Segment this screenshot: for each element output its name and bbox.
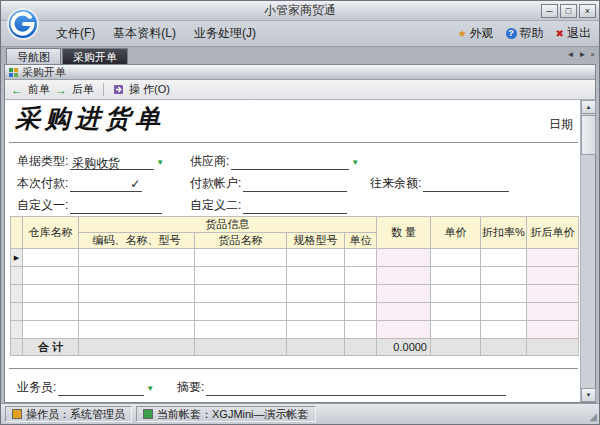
- grid-cell[interactable]: [345, 303, 377, 321]
- prev-doc-button[interactable]: 前单: [28, 82, 50, 97]
- grid-cell[interactable]: [287, 321, 345, 339]
- tab-close-icon[interactable]: ×: [590, 50, 595, 60]
- grid-cell[interactable]: [481, 267, 527, 285]
- grid-cell[interactable]: [23, 267, 79, 285]
- menu-bar: 文件(F) 基本资料(L) 业务处理(J) ★ 外观 ? 帮助 ✖ 退出: [1, 21, 599, 47]
- purchase-form: 采购进货单 日期 单据类型: 采购收货 ▼ 供应商: ▼ 本次付款:: [5, 100, 595, 402]
- grid-cell[interactable]: [287, 303, 345, 321]
- grid-cell[interactable]: [195, 285, 287, 303]
- menu-basic-data[interactable]: 基本资料(L): [104, 22, 185, 45]
- col-header-name[interactable]: 货品名称: [195, 233, 287, 249]
- grid-cell[interactable]: [345, 267, 377, 285]
- doc-type-input[interactable]: 采购收货: [70, 155, 154, 170]
- grid-cell[interactable]: [481, 249, 527, 267]
- grid-cell[interactable]: [481, 303, 527, 321]
- col-header-price[interactable]: 单价: [431, 217, 481, 249]
- grid-cell[interactable]: [195, 321, 287, 339]
- grid-cell[interactable]: [287, 267, 345, 285]
- salesman-input[interactable]: [58, 381, 144, 396]
- grid-cell[interactable]: [527, 249, 579, 267]
- menu-business[interactable]: 业务处理(J): [185, 22, 265, 45]
- grid-cell[interactable]: [431, 267, 481, 285]
- grid-cell[interactable]: [345, 285, 377, 303]
- appearance-label: 外观: [470, 25, 494, 42]
- custom2-input[interactable]: [243, 199, 347, 214]
- account-text: 当前帐套：XGJMini—演示帐套: [157, 407, 309, 422]
- supplier-dropdown-icon[interactable]: ▼: [351, 156, 359, 170]
- grid-cell[interactable]: [527, 321, 579, 339]
- grid-cell[interactable]: [345, 249, 377, 267]
- col-header-discount[interactable]: 折扣率%: [481, 217, 527, 249]
- grid-cell[interactable]: [79, 267, 195, 285]
- grid-cell[interactable]: [287, 285, 345, 303]
- grid-cell[interactable]: [23, 321, 79, 339]
- grid-cell[interactable]: [431, 303, 481, 321]
- supplier-input[interactable]: [231, 155, 349, 170]
- supplier-label: 供应商:: [190, 153, 229, 170]
- exit-button[interactable]: ✖ 退出: [556, 25, 591, 42]
- grid-cell[interactable]: [79, 249, 195, 267]
- doc-type-dropdown-icon[interactable]: ▼: [156, 156, 164, 170]
- menu-file[interactable]: 文件(F): [47, 22, 104, 45]
- next-doc-button[interactable]: 后单: [72, 82, 94, 97]
- resize-grip-icon[interactable]: ◢: [589, 411, 597, 422]
- col-header-spec[interactable]: 规格型号: [287, 233, 345, 249]
- grid-cell[interactable]: [431, 285, 481, 303]
- grid-cell[interactable]: [79, 321, 195, 339]
- minimize-button[interactable]: ─: [541, 4, 558, 18]
- grid-cell[interactable]: [195, 303, 287, 321]
- scroll-up-icon[interactable]: ▲: [581, 100, 596, 114]
- grid-cell[interactable]: [527, 267, 579, 285]
- grid-cell[interactable]: [287, 249, 345, 267]
- custom1-input[interactable]: [70, 199, 162, 214]
- summary-input[interactable]: [206, 381, 506, 396]
- col-header-code[interactable]: 编码、名称、型号: [79, 233, 195, 249]
- operate-menu-button[interactable]: 操 作(O): [129, 82, 170, 97]
- vertical-scrollbar[interactable]: ▲ ▼: [580, 100, 595, 402]
- grid-cell[interactable]: [481, 285, 527, 303]
- salesman-label: 业务员:: [17, 379, 56, 396]
- col-header-qty[interactable]: 数 量: [377, 217, 431, 249]
- grid-cell[interactable]: [23, 303, 79, 321]
- col-header-warehouse[interactable]: 仓库名称: [23, 217, 79, 249]
- grid-cell[interactable]: [527, 303, 579, 321]
- tab-scroll-left-icon[interactable]: ◄: [566, 50, 574, 60]
- col-header-goods-info[interactable]: 货品信息: [79, 217, 377, 233]
- maximize-button[interactable]: □: [560, 4, 577, 18]
- titlebar[interactable]: 小管家商贸通 ─ □ ×: [1, 1, 599, 21]
- supplier-field-group: 供应商: ▼: [190, 153, 359, 170]
- grid-cell[interactable]: [79, 285, 195, 303]
- salesman-dropdown-icon[interactable]: ▼: [146, 382, 154, 396]
- grid-cell[interactable]: [481, 321, 527, 339]
- close-button[interactable]: ×: [579, 4, 596, 18]
- date-label: 日期: [549, 116, 573, 133]
- scrollbar-thumb[interactable]: [581, 115, 596, 155]
- grid-cell[interactable]: [377, 285, 431, 303]
- grid-cell[interactable]: [377, 267, 431, 285]
- col-header-final-price[interactable]: 折后单价: [527, 217, 579, 249]
- grid-cell[interactable]: [23, 249, 79, 267]
- grid-cell[interactable]: [79, 303, 195, 321]
- help-button[interactable]: ? 帮助: [506, 25, 544, 42]
- appearance-button[interactable]: ★ 外观: [458, 25, 494, 42]
- grid-cell[interactable]: [377, 249, 431, 267]
- col-header-unit[interactable]: 单位: [345, 233, 377, 249]
- scroll-down-icon[interactable]: ▼: [581, 388, 596, 402]
- field-row-2: 本次付款: ✓ 付款帐户: 往来余额:: [5, 172, 578, 192]
- grid-cell[interactable]: [431, 249, 481, 267]
- tab-navigation[interactable]: 导航图: [6, 48, 61, 64]
- payment-input[interactable]: ✓: [70, 177, 142, 192]
- grid-cell[interactable]: [377, 321, 431, 339]
- window-title: 小管家商贸通: [264, 2, 336, 19]
- tab-purchase-order[interactable]: 采购开单: [62, 48, 128, 64]
- grid-cell[interactable]: [377, 303, 431, 321]
- grid-cell[interactable]: [431, 321, 481, 339]
- account-input[interactable]: [243, 177, 347, 192]
- grid-cell[interactable]: [345, 321, 377, 339]
- grid-cell[interactable]: [195, 267, 287, 285]
- tab-scroll-right-icon[interactable]: ►: [578, 50, 586, 60]
- grid-cell[interactable]: [195, 249, 287, 267]
- grid-cell[interactable]: [23, 285, 79, 303]
- window-controls: ─ □ ×: [541, 4, 596, 18]
- grid-cell[interactable]: [527, 285, 579, 303]
